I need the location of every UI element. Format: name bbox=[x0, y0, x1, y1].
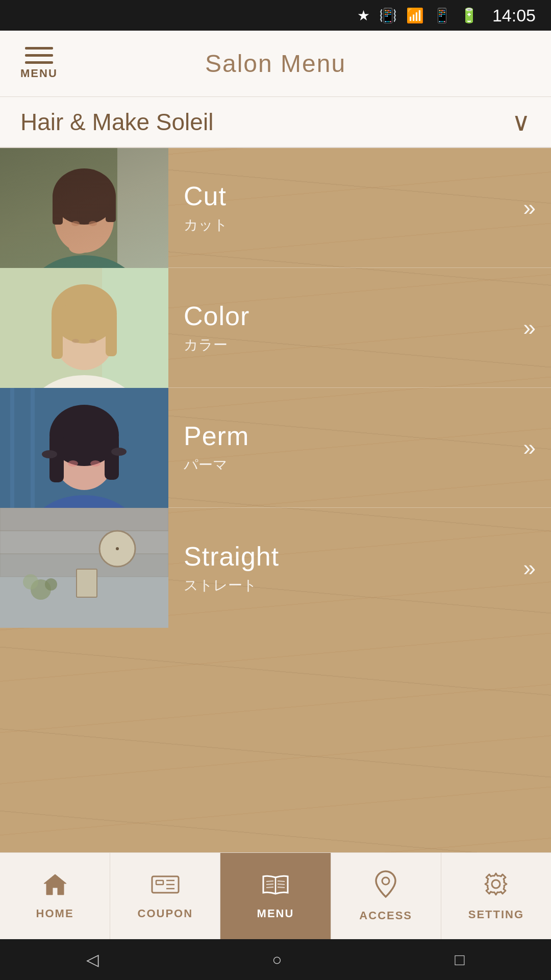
menu-label: MENU bbox=[257, 907, 294, 920]
straight-label-en: Straight bbox=[184, 541, 523, 572]
svg-rect-4 bbox=[76, 227, 93, 248]
svg-point-36 bbox=[90, 460, 101, 467]
svg-point-43 bbox=[116, 547, 119, 550]
straight-text: Straight ストレート bbox=[184, 541, 523, 595]
svg-line-56 bbox=[266, 887, 273, 888]
nav-access[interactable]: ACCESS bbox=[331, 853, 441, 939]
svg-rect-7 bbox=[53, 194, 63, 225]
svg-line-55 bbox=[266, 884, 273, 885]
color-photo-svg bbox=[0, 268, 168, 388]
svg-rect-18 bbox=[52, 313, 63, 359]
color-arrow-icon: » bbox=[523, 315, 536, 340]
bottom-nav: HOME COUPON bbox=[0, 852, 551, 939]
system-nav-bar: ◁ ○ □ bbox=[0, 939, 551, 980]
battery-icon: 🔋 bbox=[460, 7, 478, 24]
svg-rect-40 bbox=[0, 531, 168, 554]
bluetooth-icon: ★ bbox=[357, 7, 370, 24]
svg-point-60 bbox=[382, 877, 389, 885]
perm-arrow-icon: » bbox=[523, 435, 536, 460]
svg-point-34 bbox=[111, 448, 127, 456]
svg-rect-49 bbox=[156, 880, 163, 885]
menu-book-icon bbox=[261, 872, 290, 902]
status-bar: ★ 📳 📶 📱 🔋 14:05 bbox=[0, 0, 551, 31]
svg-point-46 bbox=[23, 574, 38, 590]
svg-rect-19 bbox=[106, 313, 117, 356]
salon-selector[interactable]: Hair & Make Soleil ∨ bbox=[0, 97, 551, 148]
salon-name: Hair & Make Soleil bbox=[20, 108, 213, 136]
chevron-down-icon: ∨ bbox=[512, 107, 531, 137]
color-text: Color カラー bbox=[184, 301, 523, 355]
color-label-en: Color bbox=[184, 301, 523, 331]
svg-point-3 bbox=[28, 255, 140, 268]
svg-point-11 bbox=[69, 241, 89, 254]
perm-label-jp: パーマ bbox=[184, 457, 228, 473]
svg-point-35 bbox=[68, 460, 78, 467]
recent-button[interactable]: □ bbox=[455, 950, 464, 969]
vibrate-icon: 📳 bbox=[379, 7, 397, 24]
page-title: Salon Menu bbox=[205, 50, 346, 78]
svg-point-61 bbox=[492, 880, 500, 888]
cut-text: Cut カット bbox=[184, 181, 523, 235]
svg-point-20 bbox=[56, 303, 112, 323]
hamburger-menu-button[interactable]: MENU bbox=[20, 47, 58, 80]
svg-point-22 bbox=[89, 339, 96, 343]
coupon-icon bbox=[151, 872, 180, 902]
perm-photo bbox=[0, 388, 168, 508]
svg-line-59 bbox=[278, 887, 285, 888]
menu-item-straight[interactable]: Straight ストレート » bbox=[0, 508, 551, 628]
menu-item-perm[interactable]: Perm パーマ » bbox=[0, 388, 551, 508]
svg-rect-0 bbox=[0, 148, 168, 268]
menu-item-cut[interactable]: Cut カット » bbox=[0, 148, 551, 268]
cut-photo-svg bbox=[0, 148, 168, 268]
nav-setting[interactable]: SETTING bbox=[441, 853, 551, 939]
svg-rect-8 bbox=[106, 194, 116, 222]
straight-info: Straight ストレート » bbox=[168, 508, 551, 628]
perm-text: Perm パーマ bbox=[184, 421, 523, 475]
wifi-icon: 📶 bbox=[406, 7, 424, 24]
top-header: MENU Salon Menu bbox=[0, 31, 551, 97]
straight-label-jp: ストレート bbox=[184, 577, 257, 593]
gear-icon bbox=[483, 871, 509, 903]
straight-photo bbox=[0, 508, 168, 628]
svg-rect-39 bbox=[0, 508, 168, 531]
cut-photo bbox=[0, 148, 168, 268]
status-time: 14:05 bbox=[492, 6, 536, 26]
home-label: HOME bbox=[36, 907, 74, 920]
straight-arrow-icon: » bbox=[523, 555, 536, 581]
coupon-label: COUPON bbox=[138, 907, 193, 920]
svg-point-33 bbox=[42, 450, 57, 458]
nav-menu[interactable]: MENU bbox=[220, 853, 331, 939]
cut-arrow-icon: » bbox=[523, 195, 536, 220]
svg-line-54 bbox=[266, 881, 273, 881]
back-button[interactable]: ◁ bbox=[86, 950, 99, 969]
svg-point-21 bbox=[72, 339, 79, 343]
hamburger-icon bbox=[25, 47, 53, 64]
color-photo bbox=[0, 268, 168, 388]
cut-label-jp: カット bbox=[184, 217, 228, 233]
svg-rect-26 bbox=[31, 388, 35, 508]
home-button[interactable]: ○ bbox=[272, 950, 282, 969]
perm-label-en: Perm bbox=[184, 421, 523, 451]
access-pin-icon bbox=[374, 870, 397, 904]
cut-info: Cut カット » bbox=[168, 148, 551, 267]
svg-line-58 bbox=[278, 884, 285, 885]
color-info: Color カラー » bbox=[168, 268, 551, 387]
nav-home[interactable]: HOME bbox=[0, 853, 110, 939]
menu-item-color[interactable]: Color カラー » bbox=[0, 268, 551, 388]
access-label: ACCESS bbox=[359, 909, 412, 922]
sim-icon: 📱 bbox=[433, 7, 451, 24]
svg-line-57 bbox=[278, 881, 285, 881]
svg-rect-25 bbox=[10, 388, 14, 508]
menu-content: Cut カット » bbox=[0, 148, 551, 852]
svg-point-10 bbox=[89, 221, 97, 226]
color-label-jp: カラー bbox=[184, 337, 228, 353]
status-icons: ★ 📳 📶 📱 🔋 bbox=[357, 7, 478, 24]
svg-point-47 bbox=[45, 578, 57, 591]
perm-info: Perm パーマ » bbox=[168, 388, 551, 507]
svg-rect-32 bbox=[105, 434, 119, 480]
straight-photo-svg bbox=[0, 508, 168, 628]
cut-label-en: Cut bbox=[184, 181, 523, 211]
nav-coupon[interactable]: COUPON bbox=[110, 853, 220, 939]
home-icon bbox=[42, 872, 68, 902]
svg-point-6 bbox=[53, 168, 116, 225]
